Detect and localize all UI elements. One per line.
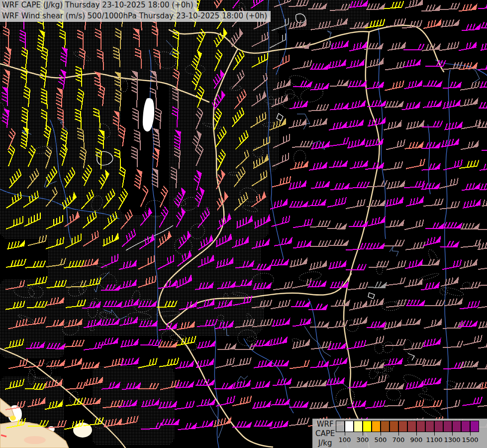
- legend-tick-label: 1500: [461, 436, 479, 444]
- legend-swatch: [372, 421, 381, 432]
- cape-legend: WRF CAPE J/kg 10030050070090011001300150…: [312, 419, 487, 448]
- legend-swatch: [434, 421, 443, 432]
- weather-map-container: WRF CAPE (J/kg) Thursday 23-10-2025 18:0…: [0, 0, 487, 448]
- legend-swatch: [443, 421, 452, 432]
- legend-swatch: [363, 421, 372, 432]
- legend-swatch: [336, 421, 345, 432]
- legend-swatch: [452, 421, 461, 432]
- legend-swatch: [461, 421, 470, 432]
- legend-tick-label: 300: [354, 436, 372, 444]
- legend-swatch: [407, 421, 416, 432]
- map-title-cape: WRF CAPE (J/kg) Thursday 23-10-2025 18:0…: [0, 0, 197, 11]
- legend-tick-label: 1300: [443, 436, 461, 444]
- legend-colorbar: 100300500700900110013001500: [312, 419, 487, 448]
- legend-tick-label: 1100: [425, 436, 443, 444]
- legend-swatch: [345, 421, 354, 432]
- legend-tick: [363, 432, 363, 436]
- legend-tick: [434, 432, 435, 436]
- legend-tick: [398, 432, 399, 436]
- legend-tick-label: 700: [390, 436, 407, 444]
- legend-swatch: [398, 421, 407, 432]
- legend-tick: [345, 432, 345, 436]
- legend-swatch: [381, 421, 390, 432]
- legend-swatch: [416, 421, 425, 432]
- legend-tick-label: 100: [336, 436, 354, 444]
- legend-swatch: [390, 421, 398, 432]
- legend-tick-label: 900: [407, 436, 425, 444]
- legend-swatch: [425, 421, 434, 432]
- legend-swatch: [470, 421, 479, 432]
- map-title-shear: WRF Wind shear (m/s) 500/1000hPa Thursda…: [0, 11, 271, 22]
- legend-tick: [452, 432, 453, 436]
- legend-tick: [381, 432, 381, 436]
- legend-tick: [416, 432, 417, 436]
- map-canvas: [0, 0, 487, 448]
- legend-tick: [470, 432, 471, 436]
- legend-swatch: [354, 421, 363, 432]
- legend-tick-label: 500: [372, 436, 390, 444]
